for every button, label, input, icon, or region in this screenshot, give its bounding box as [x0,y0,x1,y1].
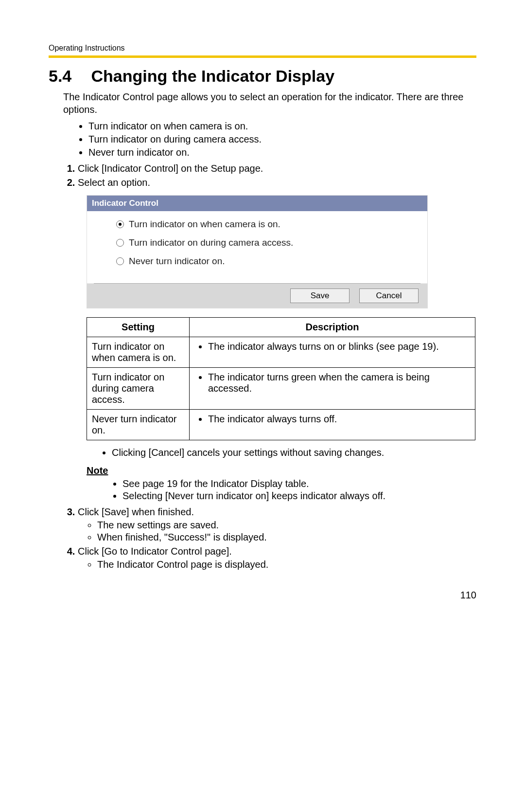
note-heading: Note [87,465,476,476]
note-list: See page 19 for the Indicator Display ta… [97,478,476,502]
step-3-sublist: The new settings are saved. When finishe… [78,520,476,543]
steps-list: Click [Indicator Control] on the Setup p… [63,163,476,188]
panel-footer: Save Cancel [87,284,427,308]
step-4: Click [Go to Indicator Control page]. Th… [78,546,476,570]
cell-setting: Turn indicator on when camera is on. [87,337,190,368]
step-2: Select an option. [78,177,476,188]
radio-label: Never turn indicator on. [129,256,225,267]
desc-item: The indicator always turns off. [208,414,470,425]
cell-setting: Turn indicator on during camera access. [87,368,190,410]
steps-list-continued: Click [Save] when finished. The new sett… [63,506,476,570]
step-1: Click [Indicator Control] on the Setup p… [78,163,476,174]
radio-icon [116,239,124,247]
cell-description: The indicator always turns on or blinks … [190,337,475,368]
table-row: Never turn indicator on. The indicator a… [87,410,475,440]
panel-body: Turn indicator on when camera is on. Tur… [87,211,427,283]
step-2-text: Select an option. [78,177,150,188]
radio-option-on-when-camera-on[interactable]: Turn indicator on when camera is on. [116,215,427,234]
page-number: 110 [49,590,476,601]
radio-label: Turn indicator on during camera access. [129,237,293,248]
radio-icon [116,257,124,265]
table-header-row: Setting Description [87,318,475,337]
radio-option-never-on[interactable]: Never turn indicator on. [116,252,427,271]
running-header: Operating Instructions [49,44,476,53]
manual-page: Operating Instructions 5.4 Changing the … [0,0,525,620]
panel-title: Indicator Control [87,196,427,211]
note-item: See page 19 for the Indicator Display ta… [122,478,476,489]
indicator-control-panel: Indicator Control Turn indicator on when… [87,195,428,308]
cancel-button[interactable]: Cancel [359,289,419,303]
header-rule [49,55,476,58]
step-4-text: Click [Go to Indicator Control page]. [78,546,232,557]
intro-paragraph: The Indicator Control page allows you to… [63,90,476,116]
options-list: Turn indicator on when camera is on. Tur… [63,121,476,158]
option-item: Turn indicator on when camera is on. [88,121,476,132]
radio-option-on-during-access[interactable]: Turn indicator on during camera access. [116,234,427,252]
step-1-text: Click [Indicator Control] on the Setup p… [78,163,263,174]
step-3-sub-item: When finished, "Success!" is displayed. [97,532,476,543]
cell-setting: Never turn indicator on. [87,410,190,440]
radio-icon [116,220,124,228]
option-item: Never turn indicator on. [88,147,476,158]
cell-description: The indicator turns green when the camer… [190,368,475,410]
col-setting: Setting [87,318,190,337]
step-4-sublist: The Indicator Control page is displayed. [78,559,476,570]
settings-table: Setting Description Turn indicator on wh… [87,317,475,440]
step-3-sub-item: The new settings are saved. [97,520,476,531]
step-3-text: Click [Save] when finished. [78,506,194,517]
step-3: Click [Save] when finished. The new sett… [78,506,476,543]
section-title-text: Changing the Indicator Display [91,67,334,85]
after-table-notes: Clicking [Cancel] cancels your settings … [87,447,476,458]
col-description: Description [190,318,475,337]
radio-label: Turn indicator on when camera is on. [129,219,280,230]
save-button[interactable]: Save [290,289,350,303]
table-row: Turn indicator on when camera is on. The… [87,337,475,368]
cell-description: The indicator always turns off. [190,410,475,440]
table-row: Turn indicator on during camera access. … [87,368,475,410]
section-heading: 5.4 Changing the Indicator Display [49,67,476,86]
desc-item: The indicator always turns on or blinks … [208,341,470,352]
cancel-note: Clicking [Cancel] cancels your settings … [112,447,476,458]
desc-item: The indicator turns green when the camer… [208,372,470,394]
option-item: Turn indicator on during camera access. [88,134,476,145]
note-item: Selecting [Never turn indicator on] keep… [122,490,476,502]
step-4-sub-item: The Indicator Control page is displayed. [97,559,476,570]
section-number: 5.4 [49,67,87,86]
